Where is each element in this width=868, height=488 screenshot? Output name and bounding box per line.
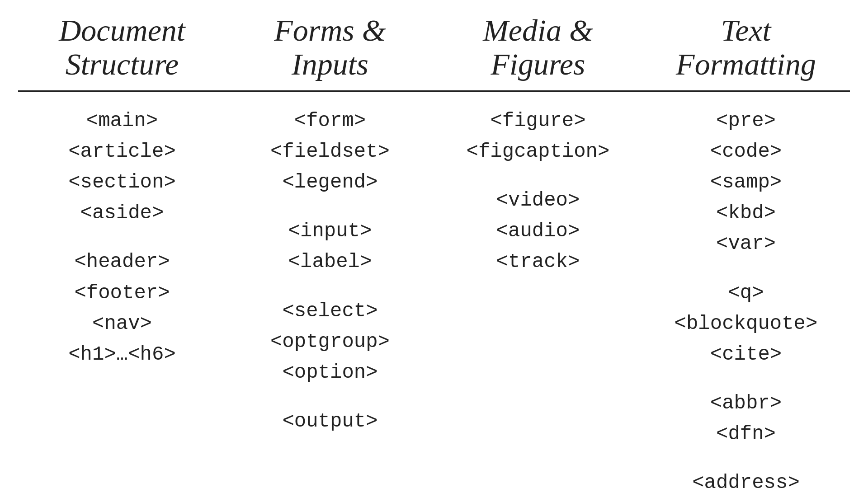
tag-q: <q> [728, 277, 764, 308]
tag-aside: <aside> [80, 197, 164, 228]
tag-form: <form> [294, 105, 366, 136]
tag-footer: <footer> [74, 277, 170, 308]
col-forms-inputs: <form> <fieldset> <legend> <input> <labe… [226, 101, 434, 488]
tag-header: <header> [74, 246, 170, 277]
tag-pre: <pre> [716, 105, 776, 136]
tag-kbd: <kbd> [716, 197, 776, 228]
tag-nav: <nav> [92, 308, 152, 339]
tag-dfn: <dfn> [716, 418, 776, 449]
tag-select: <select> [282, 296, 377, 326]
tag-legend: <legend> [282, 167, 377, 197]
tag-h1-h6: <h1>…<h6> [68, 339, 176, 370]
tag-input: <input> [288, 216, 372, 246]
tag-section: <section> [68, 167, 176, 197]
tag-article: <article> [68, 136, 176, 167]
tag-samp: <samp> [710, 167, 782, 197]
tag-code: <code> [710, 136, 782, 167]
main-content: DocumentStructure Forms & Inputs Media &… [0, 0, 868, 488]
body-row: <main> <article> <section> <aside> <head… [18, 92, 850, 488]
tag-cite: <cite> [710, 339, 782, 370]
tag-optgroup: <optgroup> [270, 326, 390, 357]
tag-output: <output> [282, 406, 377, 436]
col-header-text-formatting: Text Formatting [642, 14, 850, 81]
col-header-doc-structure: DocumentStructure [18, 14, 226, 81]
col-text-formatting: <pre> <code> <samp> <kbd> <var> <q> <blo… [642, 101, 850, 488]
tag-main: <main> [86, 105, 158, 136]
tag-var: <var> [716, 228, 776, 259]
tag-label: <label> [288, 246, 372, 277]
tag-figcaption: <figcaption> [467, 136, 610, 167]
col-doc-structure: <main> <article> <section> <aside> <head… [18, 101, 226, 488]
header-row: DocumentStructure Forms & Inputs Media &… [18, 0, 850, 92]
tag-abbr: <abbr> [710, 388, 782, 418]
col-header-forms-inputs: Forms & Inputs [226, 14, 434, 81]
tag-fieldset: <fieldset> [270, 136, 390, 167]
col-header-media-figures: Media & Figures [434, 14, 642, 81]
tag-address: <address> [692, 467, 800, 488]
col-media-figures: <figure> <figcaption> <video> <audio> <t… [434, 101, 642, 488]
tag-figure: <figure> [490, 105, 585, 136]
tag-track: <track> [496, 246, 580, 277]
tag-audio: <audio> [496, 216, 580, 246]
tag-option: <option> [282, 357, 377, 388]
tag-video: <video> [496, 185, 580, 216]
tag-blockquote: <blockquote> [675, 308, 818, 339]
